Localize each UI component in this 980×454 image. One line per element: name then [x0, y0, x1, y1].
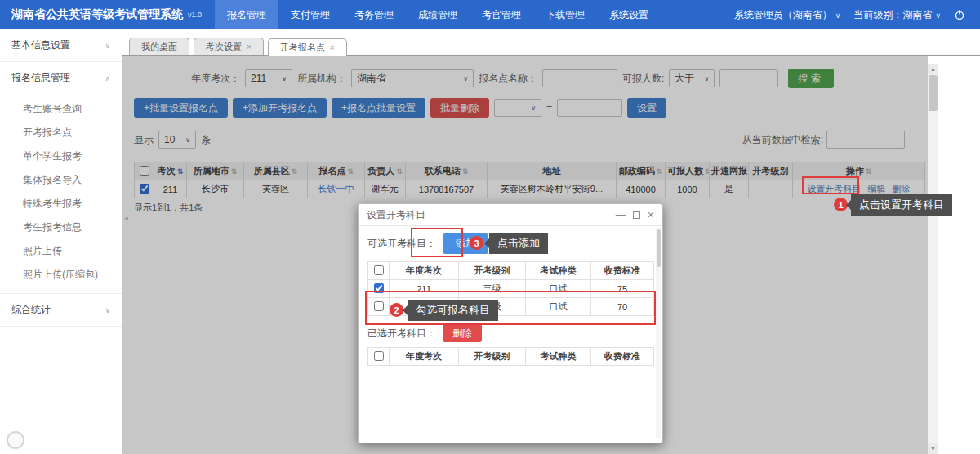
sidebar-item-account-query[interactable]: 考生账号查询 — [0, 97, 122, 121]
sidebar-item-single-student[interactable]: 单个学生报考 — [0, 145, 122, 168]
dialog-body: 可选开考科目： 添加 年度考次 开考级别 考试种类 收费标准 211 三级 — [359, 226, 662, 372]
sidebar-item-candidate-info[interactable]: 考生报考信息 — [0, 216, 122, 239]
col-test-kind: 考试种类 — [526, 348, 591, 366]
delete-button[interactable]: 删除 — [443, 324, 482, 342]
selected-subjects-table: 年度考次 开考级别 考试种类 收费标准 — [368, 347, 654, 366]
annotation-tip-3: 点击添加 — [489, 233, 548, 254]
nav-item-scores[interactable]: 成绩管理 — [406, 0, 470, 29]
page: { "app": { "title": "湖南省公共英语等级考试管理系统", "… — [0, 0, 980, 454]
help-icon[interactable] — [7, 431, 24, 449]
tab-exam-session-settings[interactable]: 考次设置 × — [194, 38, 264, 55]
available-subjects-label: 可选开考科目： — [368, 237, 436, 251]
cell-test-kind: 口试 — [526, 280, 591, 298]
nav-item-system-settings[interactable]: 系统设置 — [597, 0, 661, 29]
user-menu[interactable]: 系统管理员（湖南省）∨ — [734, 8, 841, 22]
chevron-down-icon: ∨ — [835, 11, 841, 20]
sidebar-group-statistics[interactable]: 综合统计 ∨ — [0, 294, 122, 327]
col-year-session: 年度考次 — [390, 262, 459, 280]
scrollbar-thumb[interactable] — [657, 229, 661, 267]
sidebar: 基本信息设置 ∨ 报名信息管理 ∧ 考生账号查询 开考报名点 单个学生报考 集体… — [0, 29, 122, 454]
annotation-tip-1: 点击设置开考科目 — [851, 194, 952, 216]
chevron-down-icon: ∨ — [935, 11, 941, 20]
col-year-session: 年度考次 — [390, 348, 459, 366]
close-icon[interactable]: × — [648, 209, 654, 220]
nav-item-downloads[interactable]: 下载管理 — [533, 0, 597, 29]
col-test-kind: 考试种类 — [526, 262, 591, 280]
nav-item-payment[interactable]: 支付管理 — [278, 0, 342, 29]
sidebar-group-registration-info[interactable]: 报名信息管理 ∧ — [0, 62, 122, 94]
nav-item-exam-affairs[interactable]: 考务管理 — [342, 0, 406, 29]
cell-year-session: 211 — [390, 280, 459, 298]
annotation-tip-2: 勾选可报名科目 — [408, 300, 498, 321]
col-level: 开考级别 — [459, 348, 526, 366]
arrow-left-icon — [403, 305, 408, 315]
dialog-titlebar: 设置开考科目 — × — [359, 204, 662, 226]
app-title: 湖南省公共英语等级考试管理系统 — [0, 7, 188, 22]
tab-my-desktop[interactable]: 我的桌面 — [129, 38, 189, 55]
selected-subjects-label: 已选开考科目： — [368, 327, 436, 340]
arrow-left-icon — [484, 238, 489, 248]
dialog-title: 设置开考科目 — [367, 208, 425, 222]
dialog-scrollbar[interactable] — [656, 228, 662, 438]
cell-level: 三级 — [459, 280, 526, 298]
sidebar-submenu: 考生账号查询 开考报名点 单个学生报考 集体报名导入 特殊考生报考 考生报考信息… — [0, 94, 122, 294]
annotation-step-3: 3 — [470, 236, 483, 250]
scroll-up-icon[interactable]: ▲ — [928, 64, 938, 74]
available-subject-row: 211 三级 口试 75 — [368, 280, 654, 298]
nav-item-examiners[interactable]: 考官管理 — [470, 0, 533, 29]
col-fee: 收费标准 — [591, 262, 654, 280]
scrollbar-thumb[interactable] — [929, 75, 938, 111]
close-icon[interactable]: × — [330, 43, 335, 52]
sidebar-item-special-candidates[interactable]: 特殊考生报考 — [0, 192, 122, 216]
tab-exam-registration-points[interactable]: 开考报名点 × — [268, 38, 347, 56]
set-subjects-dialog: 设置开考科目 — × 可选开考科目： 添加 年度考次 开考级别 考试种类 收费标… — [358, 203, 663, 443]
sidebar-group-basic-settings[interactable]: 基本信息设置 ∨ — [0, 29, 122, 62]
close-icon[interactable]: × — [247, 42, 252, 51]
collapse-left-icon: ◂ — [124, 214, 128, 222]
tab-bar: 我的桌面 考次设置 × 开考报名点 × — [122, 29, 980, 56]
sidebar-item-photo-upload[interactable]: 照片上传 — [0, 239, 122, 263]
select-all-checkbox[interactable] — [374, 351, 384, 361]
app-version: v1.0 — [188, 11, 202, 19]
cell-fee: 75 — [591, 280, 654, 298]
chevron-down-icon: ∨ — [105, 42, 110, 50]
logout-icon[interactable] — [954, 9, 965, 20]
col-fee: 收费标准 — [591, 348, 654, 366]
app-header: 湖南省公共英语等级考试管理系统 v1.0 报名管理 支付管理 考务管理 成绩管理… — [0, 0, 980, 29]
sidebar-item-group-import[interactable]: 集体报名导入 — [0, 168, 122, 192]
sidebar-collapse-handle[interactable]: ◂ — [122, 204, 131, 232]
cell-test-kind: 口试 — [526, 298, 591, 316]
header-right: 系统管理员（湖南省）∨ 当前级别：湖南省∨ — [734, 8, 980, 22]
arrow-left-icon — [846, 200, 851, 210]
row-checkbox[interactable] — [374, 283, 384, 293]
select-all-checkbox[interactable] — [374, 265, 384, 275]
row-checkbox[interactable] — [374, 301, 384, 311]
level-menu[interactable]: 当前级别：湖南省∨ — [853, 8, 941, 22]
col-level: 开考级别 — [459, 262, 526, 280]
annotation-step-2: 2 — [390, 303, 403, 317]
main-nav: 报名管理 支付管理 考务管理 成绩管理 考官管理 下载管理 系统设置 — [215, 0, 661, 29]
scroll-down-icon[interactable]: ▼ — [928, 443, 938, 454]
cell-fee: 70 — [591, 298, 654, 316]
chevron-up-icon: ∧ — [105, 74, 110, 82]
sidebar-item-exam-points[interactable]: 开考报名点 — [0, 121, 122, 145]
chevron-down-icon: ∨ — [105, 306, 110, 314]
vertical-scrollbar[interactable]: ▲ ▼ — [928, 64, 938, 454]
minimize-icon[interactable]: — — [616, 210, 626, 220]
sidebar-item-photo-upload-zip[interactable]: 照片上传(压缩包) — [0, 263, 122, 287]
restore-icon[interactable] — [633, 211, 640, 219]
nav-item-registration[interactable]: 报名管理 — [215, 0, 278, 29]
